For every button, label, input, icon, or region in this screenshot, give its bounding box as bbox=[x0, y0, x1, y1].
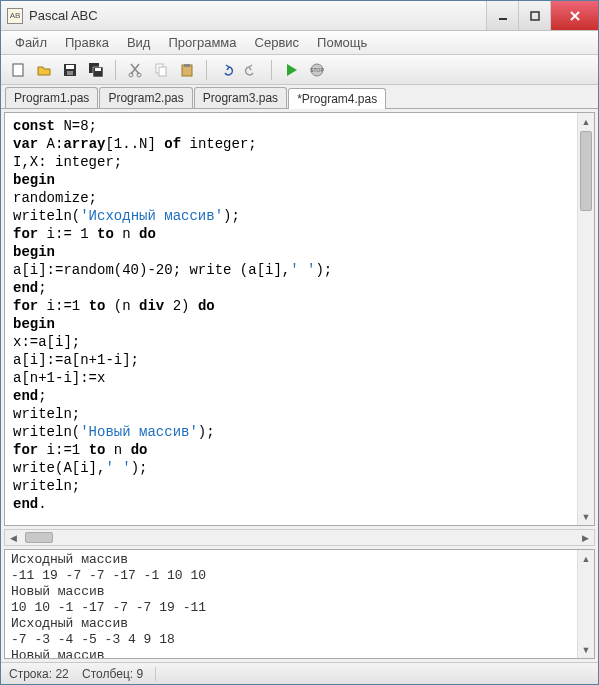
redo-button[interactable] bbox=[241, 59, 263, 81]
app-window: AB Pascal ABC Файл Правка Вид Программа … bbox=[0, 0, 599, 685]
minimize-button[interactable] bbox=[486, 1, 518, 30]
editor-area: const N=8;var A:array[1..N] of integer;I… bbox=[4, 112, 595, 526]
tab-3[interactable]: *Program4.pas bbox=[288, 88, 386, 109]
status-col-value: 9 bbox=[136, 667, 143, 681]
vertical-scrollbar[interactable]: ▲ ▼ bbox=[577, 550, 594, 658]
separator bbox=[271, 60, 272, 80]
menu-service[interactable]: Сервис bbox=[247, 33, 308, 52]
titlebar: AB Pascal ABC bbox=[1, 1, 598, 31]
copy-button[interactable] bbox=[150, 59, 172, 81]
code-editor[interactable]: const N=8;var A:array[1..N] of integer;I… bbox=[5, 113, 577, 525]
status-line: Строка: 22 Столбец: 9 bbox=[9, 667, 156, 681]
svg-rect-6 bbox=[66, 65, 74, 69]
app-icon: AB bbox=[7, 8, 23, 24]
svg-text:STOP: STOP bbox=[310, 67, 324, 73]
scroll-thumb[interactable] bbox=[580, 131, 592, 211]
tab-0[interactable]: Program1.pas bbox=[5, 87, 98, 108]
tab-1[interactable]: Program2.pas bbox=[99, 87, 192, 108]
svg-rect-16 bbox=[184, 64, 190, 67]
save-button[interactable] bbox=[59, 59, 81, 81]
svg-rect-14 bbox=[159, 67, 166, 76]
svg-rect-10 bbox=[95, 68, 101, 71]
new-file-button[interactable] bbox=[7, 59, 29, 81]
open-file-button[interactable] bbox=[33, 59, 55, 81]
menu-program[interactable]: Программа bbox=[160, 33, 244, 52]
menu-help[interactable]: Помощь bbox=[309, 33, 375, 52]
menu-view[interactable]: Вид bbox=[119, 33, 159, 52]
scroll-down-icon[interactable]: ▼ bbox=[578, 641, 594, 658]
separator bbox=[115, 60, 116, 80]
tab-2[interactable]: Program3.pas bbox=[194, 87, 287, 108]
output-text[interactable]: Исходный массив -11 19 -7 -7 -17 -1 10 1… bbox=[5, 550, 577, 658]
menu-file[interactable]: Файл bbox=[7, 33, 55, 52]
scroll-left-icon[interactable]: ◀ bbox=[5, 530, 22, 545]
run-button[interactable] bbox=[280, 59, 302, 81]
svg-rect-4 bbox=[13, 64, 23, 76]
paste-button[interactable] bbox=[176, 59, 198, 81]
scroll-down-icon[interactable]: ▼ bbox=[578, 508, 594, 525]
statusbar: Строка: 22 Столбец: 9 bbox=[1, 662, 598, 684]
save-all-button[interactable] bbox=[85, 59, 107, 81]
undo-button[interactable] bbox=[215, 59, 237, 81]
scroll-thumb[interactable] bbox=[25, 532, 53, 543]
separator bbox=[206, 60, 207, 80]
svg-rect-1 bbox=[531, 12, 539, 20]
close-button[interactable] bbox=[550, 1, 598, 30]
vertical-scrollbar[interactable]: ▲ ▼ bbox=[577, 113, 594, 525]
status-col-label: Столбец: bbox=[82, 667, 133, 681]
maximize-button[interactable] bbox=[518, 1, 550, 30]
scroll-up-icon[interactable]: ▲ bbox=[578, 113, 594, 130]
scroll-up-icon[interactable]: ▲ bbox=[578, 550, 594, 567]
scroll-right-icon[interactable]: ▶ bbox=[577, 530, 594, 545]
output-panel: Исходный массив -11 19 -7 -7 -17 -1 10 1… bbox=[4, 549, 595, 659]
svg-rect-7 bbox=[67, 71, 73, 75]
menubar: Файл Правка Вид Программа Сервис Помощь bbox=[1, 31, 598, 55]
stop-button[interactable]: STOP bbox=[306, 59, 328, 81]
cut-button[interactable] bbox=[124, 59, 146, 81]
tabs-bar: Program1.pasProgram2.pasProgram3.pas*Pro… bbox=[1, 85, 598, 109]
menu-edit[interactable]: Правка bbox=[57, 33, 117, 52]
window-title: Pascal ABC bbox=[29, 8, 486, 23]
toolbar: STOP bbox=[1, 55, 598, 85]
horizontal-scrollbar[interactable]: ◀ ▶ bbox=[4, 529, 595, 546]
status-line-label: Строка: bbox=[9, 667, 52, 681]
status-line-value: 22 bbox=[55, 667, 68, 681]
window-controls bbox=[486, 1, 598, 30]
